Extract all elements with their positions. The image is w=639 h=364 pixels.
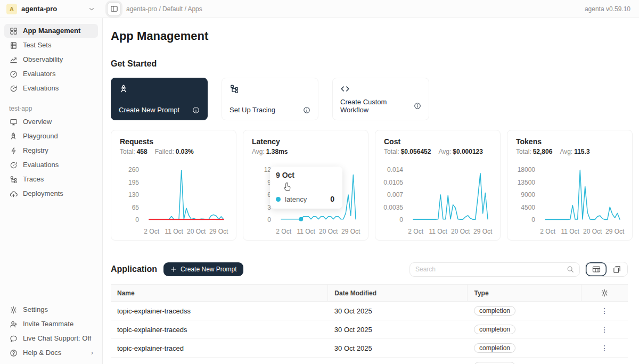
y-tick-label: 4500 [521, 204, 535, 211]
cloud-icon [9, 189, 18, 198]
row-menu-button[interactable]: ⋮ [596, 307, 612, 315]
sidebar-item-registry[interactable]: Registry [4, 144, 98, 158]
table-row[interactable]: career-assessment27 Oct 2025completion⋮ [111, 358, 628, 364]
sidebar-item-deployments[interactable]: Deployments [4, 187, 98, 201]
sidebar-item-live-chat-support-off[interactable]: Live Chat Support: Off [4, 332, 98, 345]
type-badge: completion [474, 325, 515, 334]
card-view-button[interactable] [607, 262, 627, 276]
table-row[interactable]: topic-explainer-traced30 Oct 2025complet… [111, 339, 628, 358]
y-tick-label: 0 [267, 216, 271, 224]
stat-label: Failed: [155, 148, 174, 155]
app-name: topic-explainer-traceds [111, 320, 328, 339]
sidebar-item-label: Invite Teammate [23, 320, 73, 328]
gear-icon [601, 289, 609, 297]
info-icon[interactable] [414, 102, 421, 110]
hover-point [299, 217, 303, 221]
x-tick-label: 20 Oct [187, 228, 206, 235]
sidebar-toggle-button[interactable] [108, 3, 120, 15]
table-row[interactable]: topic-explainer-tracedss30 Oct 2025compl… [111, 302, 628, 320]
y-tick-label: 0.0035 [383, 204, 403, 211]
sidebar-item-evaluations[interactable]: Evaluations [4, 158, 98, 172]
view-toggle [585, 262, 628, 277]
breadcrumb-text: agenta-pro / Default / Apps [126, 5, 202, 13]
stat-value: 0.03% [176, 148, 194, 155]
create-new-prompt-button[interactable]: Create New Prompt [163, 262, 243, 276]
x-axis: 2 Oct11 Oct20 Oct29 Oct [280, 228, 359, 236]
x-tick-label: 2 Oct [276, 228, 291, 235]
sidebar-item-app-management[interactable]: App Management [4, 24, 98, 38]
sidebar-item-evaluations[interactable]: Evaluations [4, 81, 98, 95]
x-axis: 2 Oct11 Oct20 Oct29 Oct [148, 228, 227, 236]
search-input[interactable] [415, 266, 567, 273]
row-menu-button[interactable]: ⋮ [596, 325, 612, 334]
x-tick-label: 2 Oct [144, 228, 159, 235]
sidebar: App ManagementTest SetsObservabilityEval… [0, 18, 103, 364]
sidebar-item-label: App Management [23, 27, 80, 35]
y-tick-label: 0 [399, 216, 403, 224]
date-modified: 30 Oct 2025 [328, 320, 468, 339]
sidebar-item-overview[interactable]: Overview [4, 115, 98, 129]
x-tick-label: 2 Oct [540, 228, 555, 235]
tooltip-value: 0 [330, 195, 337, 203]
chart-plot-area[interactable]: 2 Oct11 Oct20 Oct29 Oct [544, 162, 624, 236]
sidebar-collapse-icon [110, 5, 118, 13]
sidebar-item-label: Evaluators [23, 70, 55, 78]
metric-title: Cost [384, 137, 491, 146]
sidebar-item-label: Playground [23, 133, 58, 140]
row-menu-button[interactable]: ⋮ [596, 344, 612, 352]
date-modified: 27 Oct 2025 [328, 358, 468, 364]
x-tick-label: 11 Oct [561, 228, 579, 235]
rocket-icon [9, 132, 18, 140]
sidebar-item-test-sets[interactable]: Test Sets [4, 38, 98, 52]
y-tick-label: 65 [132, 204, 139, 211]
sidebar-item-label: Traces [23, 176, 44, 183]
chart-plot-area[interactable]: 2 Oct11 Oct20 Oct29 Oct [412, 162, 491, 236]
column-header-name[interactable]: Name [111, 285, 328, 302]
x-axis: 2 Oct11 Oct20 Oct29 Oct [412, 228, 491, 236]
get-started-card-set-up-tracing[interactable]: Set Up Tracing [222, 78, 318, 120]
sidebar-item-invite-teammate[interactable]: Invite Teammate [4, 317, 98, 331]
sidebar-item-label: Help & Docs [23, 349, 61, 357]
info-icon[interactable] [192, 106, 200, 114]
sidebar-item-traces[interactable]: Traces [4, 172, 98, 186]
chart-plot-area[interactable]: 2 Oct11 Oct20 Oct29 Oct [148, 162, 227, 236]
get-started-card-create-new-prompt[interactable]: Create New Prompt [111, 78, 208, 120]
y-tick-label: 0.014 [387, 166, 403, 173]
get-started-card-create-custom-workflow[interactable]: Create Custom Workflow [332, 78, 429, 120]
workspace-switcher[interactable]: A agenta-pro [0, 4, 103, 14]
metric-title: Latency [252, 137, 359, 146]
app-name: topic-explainer-traced [111, 339, 328, 358]
sidebar-item-playground[interactable]: Playground [4, 129, 98, 143]
y-tick-label: 195 [128, 179, 139, 186]
y-tick-label: 9000 [521, 191, 535, 198]
trace-icon [230, 84, 239, 94]
x-tick-label: 29 Oct [473, 228, 492, 235]
table-view-button[interactable] [586, 262, 607, 276]
x-tick-label: 29 Oct [605, 228, 624, 235]
column-header-date-modified[interactable]: Date Modified [328, 285, 468, 302]
sidebar-item-observability[interactable]: Observability [4, 53, 98, 67]
test-sets-icon [9, 41, 18, 49]
column-header-type[interactable]: Type [468, 285, 581, 302]
info-icon[interactable] [303, 106, 310, 114]
y-tick-label: 13500 [518, 179, 535, 186]
sidebar-item-label: Test Sets [23, 42, 51, 49]
x-tick-label: 20 Oct [451, 228, 470, 235]
y-tick-label: 18000 [518, 166, 535, 173]
rocket-icon [119, 84, 128, 94]
table-header: NameDate ModifiedType [111, 285, 628, 302]
x-tick-label: 20 Oct [319, 228, 338, 235]
metric-title: Requests [120, 137, 227, 146]
search-icon[interactable] [567, 266, 574, 273]
sidebar-item-evaluators[interactable]: Evaluators [4, 67, 98, 81]
workspace-avatar: A [6, 4, 17, 14]
get-started-title: Get Started [111, 59, 628, 69]
metrics-row: RequestsTotal:458Failed:0.03%26019513065… [111, 130, 628, 241]
sidebar-item-help-docs[interactable]: Help & Docs› [4, 346, 98, 360]
column-settings-button[interactable] [581, 285, 628, 302]
table-row[interactable]: topic-explainer-traceds30 Oct 2025comple… [111, 320, 628, 339]
metric-stats: Total:$0.056452Avg:$0.000123 [384, 148, 491, 155]
sidebar-item-settings[interactable]: Settings [4, 303, 98, 317]
metric-card-requests: RequestsTotal:458Failed:0.03%26019513065… [111, 130, 236, 241]
x-tick-label: 11 Oct [429, 228, 447, 235]
